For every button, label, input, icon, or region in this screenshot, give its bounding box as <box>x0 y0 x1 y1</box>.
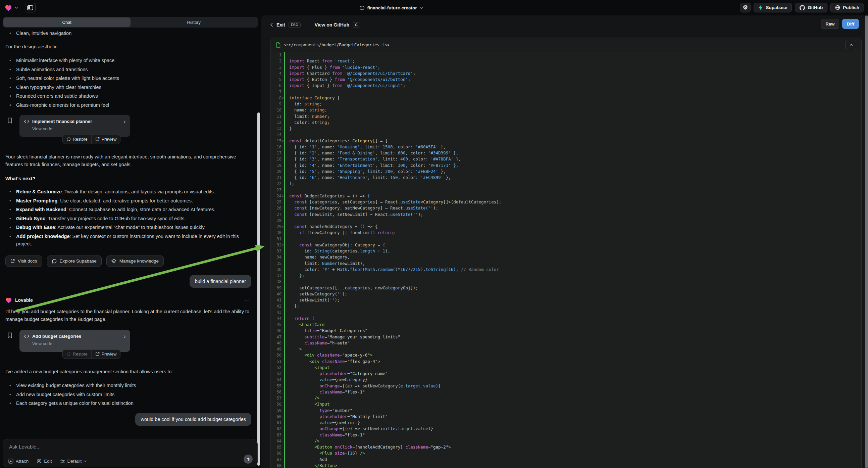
line-number: 47 <box>271 334 281 340</box>
code-text <box>289 310 292 316</box>
chat-scrollbar[interactable] <box>257 113 260 466</box>
code-line: 37 }; <box>271 273 861 279</box>
tab-chat[interactable]: Chat <box>3 18 130 27</box>
chip-label: Manage knowledge <box>119 259 159 264</box>
code-line: 18 { id: '3', name: 'Transportation', li… <box>271 156 861 162</box>
line-number: 63 <box>271 432 281 438</box>
code-text: </Button> <box>289 463 337 468</box>
fold-caret-icon[interactable]: ∨ <box>281 242 284 248</box>
restore-button[interactable]: Restore <box>63 135 91 144</box>
code-line: 11 limit: number; <box>271 114 861 119</box>
line-number: 62 <box>271 426 281 432</box>
back-chevron-icon[interactable] <box>270 23 273 27</box>
view-on-github-button[interactable]: View on GitHub <box>315 22 349 28</box>
line-number: 3 <box>271 64 281 70</box>
fold-caret-icon[interactable]: ∨ <box>281 194 284 199</box>
version-card[interactable]: Implement financial planner›View code Re… <box>20 115 130 137</box>
message-menu-button[interactable]: ⋯ <box>245 297 251 303</box>
chip-visit-docs[interactable]: Visit docs <box>5 256 42 267</box>
exit-button[interactable]: Exit <box>276 22 285 28</box>
send-button[interactable] <box>244 455 253 464</box>
project-chevron-down-icon <box>420 7 423 9</box>
chip-manage-knowledge[interactable]: Manage knowledge <box>106 256 164 267</box>
page-scrollbar[interactable] <box>865 16 868 468</box>
list-item: Each category gets a unique color for vi… <box>8 400 251 407</box>
settings-button[interactable]: ⚙ <box>740 3 750 12</box>
code-text: <Input <box>289 364 330 371</box>
fold-caret-icon[interactable]: ∨ <box>281 95 284 101</box>
line-number: 40 <box>271 291 281 297</box>
tab-history[interactable]: History <box>130 18 258 27</box>
code-text: { id: '3', name: 'Transportation', limit… <box>289 156 461 162</box>
preview-button[interactable]: Preview <box>91 135 120 144</box>
code-line: 53 placeholder="Category name" <box>271 371 861 377</box>
file-header[interactable]: src/components/budget/BudgetCategories.t… <box>271 38 861 52</box>
code-text: import { Plus } from 'lucide-react'; <box>289 64 380 70</box>
github-label: GitHub <box>808 5 823 10</box>
code-line: 63 className="flex-1" <box>271 432 861 438</box>
attach-button[interactable]: Attach <box>8 459 29 464</box>
bookmark-icon[interactable] <box>7 332 12 339</box>
github-button[interactable]: GitHub <box>795 3 828 12</box>
restore-button[interactable]: Restore <box>63 350 91 358</box>
code-text: setNewCategory(''); <box>289 291 347 297</box>
raw-toggle-button[interactable]: Raw <box>821 19 839 29</box>
lovable-logo-icon[interactable] <box>5 4 12 11</box>
bookmark-icon[interactable] <box>7 117 12 123</box>
code-text: <Plus size={16} /> <box>289 450 365 456</box>
chat-message-list[interactable]: Clean, intuitive navigationFor the desig… <box>0 30 257 437</box>
preview-button[interactable]: Preview <box>91 350 120 358</box>
code-text: color: string; <box>289 119 330 125</box>
sidebar-toggle-icon[interactable] <box>25 3 36 12</box>
project-switcher[interactable]: financial-future-creator <box>360 0 423 16</box>
line-number: 65 <box>271 444 281 450</box>
line-number: 44 <box>271 316 281 322</box>
code-text <box>289 89 292 95</box>
line-number: 60 <box>271 414 281 420</box>
line-number: 38 <box>271 279 281 285</box>
model-label: Default <box>67 459 82 464</box>
edit-mode-button[interactable]: Edit <box>37 459 52 464</box>
chat-composer[interactable]: Ask Lovable... Attach Edit Default <box>3 439 258 467</box>
code-line: 35 limit: Number(newLimit), <box>271 261 861 267</box>
code-text <box>289 217 292 224</box>
fold-caret-icon[interactable]: ∨ <box>281 138 284 144</box>
chevron-right-icon[interactable]: › <box>124 333 125 340</box>
view-code-link[interactable]: View code <box>32 126 125 131</box>
collapse-file-button[interactable] <box>845 40 857 50</box>
composer-placeholder[interactable]: Ask Lovable... <box>9 444 252 449</box>
view-code-link[interactable]: View code <box>32 341 125 346</box>
publish-button[interactable]: Publish <box>830 3 864 12</box>
code-line: 56 className="flex-1" <box>271 389 861 395</box>
line-number: 37 <box>271 273 281 279</box>
line-number: 52 <box>271 364 281 371</box>
code-text: onChange={(e) => setNewLimit(e.target.va… <box>289 426 433 432</box>
bullet-list: Minimalist interface with plenty of whit… <box>8 57 251 109</box>
code-text: { id: '2', name: 'Food & Dining', limit:… <box>289 150 458 156</box>
code-text: setNewLimit(''); <box>289 297 340 303</box>
line-number: 21 <box>271 175 281 181</box>
project-name: financial-future-creator <box>367 5 417 10</box>
code-line: 65 <Button onClick={handleAddCategory} c… <box>271 444 861 450</box>
code-text: import ChartCard from '@/components/ui/C… <box>289 70 415 77</box>
chip-explore-supabase[interactable]: Explore Supabase <box>47 256 102 267</box>
supabase-button[interactable]: Supabase <box>753 3 792 12</box>
file-diff-card: src/components/budget/BudgetCategories.t… <box>271 38 862 468</box>
logo-chevron-down-icon[interactable] <box>15 6 18 9</box>
code-line: 61 value={newLimit} <box>271 420 861 426</box>
model-selector[interactable]: Default <box>60 459 87 464</box>
chevron-right-icon[interactable]: › <box>124 118 125 124</box>
code-area[interactable]: 1 2import React from 'react';3import { P… <box>271 52 861 468</box>
code-viewer-panel: Exit ESC View on GitHub G Raw Diff src/c… <box>261 16 865 468</box>
diff-toggle-button[interactable]: Diff <box>842 19 859 29</box>
code-text: color: '#' + Math.floor(Math.random()*16… <box>289 267 499 273</box>
assistant-paragraph: For the design aesthetic: <box>5 43 251 51</box>
fold-caret-icon[interactable]: ∨ <box>281 224 284 230</box>
line-number: 5 <box>271 77 281 83</box>
code-text: { id: '4', name: 'Entertainment', limit:… <box>289 163 458 169</box>
version-card-title: Implement financial planner <box>32 119 121 124</box>
line-number: 48 <box>271 340 281 346</box>
version-card[interactable]: Add budget categories›View code Restore … <box>20 330 130 352</box>
code-text: placeholder="Monthly limit" <box>289 414 388 420</box>
version-card-title: Add budget categories <box>32 334 121 339</box>
